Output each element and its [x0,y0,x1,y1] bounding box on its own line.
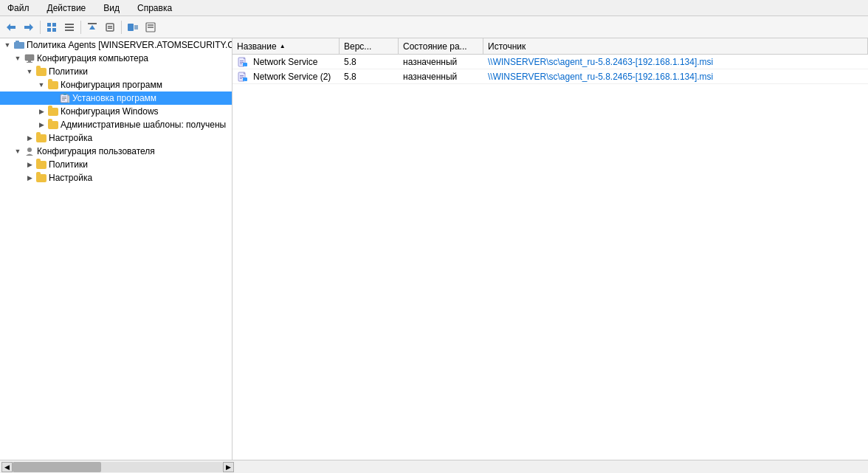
tree-node-settings[interactable]: ▶ Настройка [0,131,232,145]
tree-spacer [0,184,232,460]
col-source-label: Источник [488,41,526,52]
user-settings-folder-icon [35,172,47,184]
list-row[interactable]: + Network Service (2) 5.8 назначенный \\… [232,69,868,84]
svg-rect-14 [108,26,112,27]
menu-file[interactable]: Файл [3,1,34,15]
horizontal-scrollbar-area: ◀ ▶ [0,460,868,473]
software-config-icon [47,79,59,91]
svg-rect-22 [16,41,19,43]
svg-rect-19 [148,24,154,26]
svg-rect-43 [240,75,244,76]
cell-state-1: назначенный [399,55,483,69]
tree-node-admin-templates[interactable]: ▶ Административные шаблоны: получены [0,118,232,131]
cell-state-2: назначенный [399,69,483,83]
user-config-icon [24,145,35,157]
scroll-right-button[interactable]: ▶ [223,462,234,472]
sort-arrow-name: ▲ [280,43,286,49]
tree-panel: ▼ Политика Agents [WINSERVER.ATOMSECURIT… [0,38,232,460]
scroll-thumb[interactable] [13,462,101,472]
expand-comp-config[interactable]: ▼ [12,52,24,64]
svg-rect-17 [134,25,138,30]
tree-node-software-install[interactable]: ▶ Установка программ [0,92,232,105]
windows-config-icon [47,106,59,117]
svg-rect-28 [68,96,69,103]
col-header-state[interactable]: Состояние ра... [399,38,483,54]
row-1-version: 5.8 [344,57,356,67]
right-panel: Название ▲ Верс... Состояние ра... Источ… [232,38,868,460]
back-button[interactable] [3,19,19,35]
svg-rect-36 [240,61,244,61]
tree-node-user-settings[interactable]: ▶ Настройка [0,171,232,184]
export-button[interactable] [142,19,159,35]
tree-label-comp-config: Конфигурация компьютера [37,53,148,63]
up-button[interactable] [84,19,100,35]
col-header-name[interactable]: Название ▲ [232,38,340,54]
svg-rect-29 [62,97,66,97]
row-2-name: Network Service (2) [253,72,331,82]
list-header: Название ▲ Верс... Состояние ра... Источ… [232,38,868,55]
tree-label-user-settings: Настройка [49,173,92,183]
svg-rect-20 [148,27,154,28]
col-header-source[interactable]: Источник [483,38,868,54]
expand-user-policies[interactable]: ▶ [24,159,35,170]
menu-help[interactable]: Справка [133,1,176,15]
tree-node-user-policies[interactable]: ▶ Политики [0,158,232,171]
toolbar-separator-1 [40,21,41,34]
expand-software-config[interactable]: ▼ [35,79,47,91]
tree-node-software-config[interactable]: ▼ Конфигурация программ [0,78,232,92]
list-row[interactable]: + Network Service 5.8 назначенный \\WINS… [232,55,868,69]
menu-view[interactable]: Вид [99,1,124,15]
svg-point-33 [27,148,32,152]
svg-rect-13 [106,24,114,31]
col-header-version[interactable]: Верс... [340,38,399,54]
expand-root[interactable]: ▼ [1,39,13,51]
svg-rect-6 [47,28,51,32]
svg-marker-12 [89,25,95,30]
svg-rect-16 [128,24,134,31]
show-icon-button[interactable] [44,19,60,35]
svg-rect-24 [28,61,31,62]
tree-node-policies[interactable]: ▼ Политики [0,65,232,78]
col-state-label: Состояние ра... [403,41,467,52]
scroll-left-button[interactable]: ◀ [1,462,13,472]
menu-action[interactable]: Действие [43,1,91,15]
svg-rect-30 [62,98,66,99]
expand-policies[interactable]: ▼ [24,66,35,77]
cell-name-2: + Network Service (2) [232,69,340,83]
expand-windows-config[interactable]: ▶ [35,106,47,117]
properties-button[interactable] [102,19,118,35]
menubar: Файл Действие Вид Справка [0,0,868,16]
list-button[interactable] [61,19,78,35]
gpo-button[interactable] [125,19,141,35]
expand-user-settings[interactable]: ▶ [24,172,35,184]
root-icon [13,39,25,51]
tree-node-windows-config[interactable]: ▶ Конфигурация Windows [0,105,232,118]
tree-label-settings: Настройка [49,133,92,143]
tree-node-user-config[interactable]: ▼ Конфигурация пользователя [0,145,232,158]
svg-rect-45 [240,78,242,79]
user-policies-folder-icon [35,159,47,170]
expand-settings[interactable]: ▶ [24,132,35,144]
tree-node-root[interactable]: ▼ Политика Agents [WINSERVER.ATOMSECURIT… [0,38,232,52]
tree-label-software-config: Конфигурация программ [61,80,162,90]
main-content: ▼ Политика Agents [WINSERVER.ATOMSECURIT… [0,38,868,460]
svg-rect-37 [240,62,244,63]
tree-node-comp-config[interactable]: ▼ Конфигурация компьютера [0,52,232,65]
software-install-icon [59,92,71,104]
cell-source-1[interactable]: \\WINSERVER\sc\agent_ru-5.8.2463-[192.16… [483,55,868,69]
tree-label-root: Политика Agents [WINSERVER.ATOMSECURITY.… [27,40,232,50]
col-version-label: Верс... [344,41,371,52]
forward-button[interactable] [21,19,37,35]
expand-user-config[interactable]: ▼ [12,145,24,157]
cell-source-2[interactable]: \\WINSERVER\sc\agent_ru-5.8.2465-[192.16… [483,69,868,83]
tree-label-user-policies: Политики [49,159,88,170]
row-1-source: \\WINSERVER\sc\agent_ru-5.8.2463-[192.16… [488,57,713,67]
svg-rect-31 [62,100,65,100]
admin-templates-icon [47,119,59,131]
expand-admin-templates[interactable]: ▶ [35,119,47,131]
svg-rect-10 [65,30,74,31]
scroll-track [13,462,222,472]
tree-label-windows-config: Конфигурация Windows [61,106,159,117]
row-2-state: назначенный [403,72,457,82]
row-1-state: назначенный [403,57,457,67]
